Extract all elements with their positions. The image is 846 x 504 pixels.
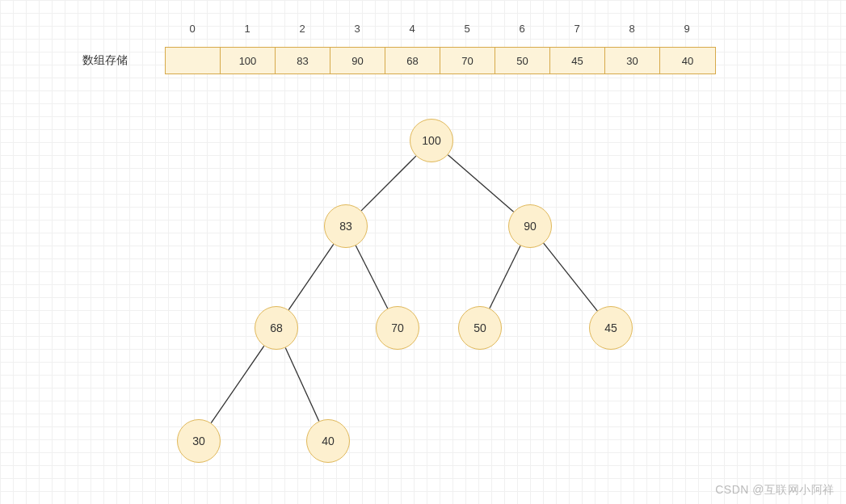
array-index: 8 (604, 23, 659, 35)
array-cell: 100 (221, 48, 276, 74)
tree-node: 45 (589, 306, 633, 350)
tree-node: 68 (255, 306, 298, 350)
tree-node: 50 (458, 306, 502, 350)
array-index: 3 (330, 23, 385, 35)
array-cell: 50 (495, 48, 550, 74)
tree-node: 30 (177, 419, 221, 463)
array-index: 7 (549, 23, 604, 35)
array-cell: 45 (550, 48, 605, 74)
array-cell: 70 (440, 48, 495, 74)
array-cell (166, 48, 221, 74)
array-index: 2 (275, 23, 330, 35)
array-cell: 68 (385, 48, 440, 74)
tree-node: 100 (410, 119, 453, 162)
array-cell: 30 (605, 48, 660, 74)
tree-node: 40 (306, 419, 350, 463)
array-index: 9 (659, 23, 714, 35)
array-label: 数组存储 (82, 53, 128, 68)
watermark: CSDN @互联网小阿祥 (715, 483, 835, 498)
array-cell: 40 (660, 48, 715, 74)
array-cell: 83 (276, 48, 330, 74)
tree-node: 90 (508, 204, 552, 248)
array-index: 0 (165, 23, 220, 35)
tree-node: 83 (324, 204, 368, 248)
grid-background (0, 0, 846, 504)
array-index: 5 (440, 23, 495, 35)
array-index: 1 (220, 23, 275, 35)
array-storage: 1008390687050453040 (165, 47, 716, 74)
tree-node: 70 (376, 306, 419, 350)
array-cell: 90 (330, 48, 385, 74)
array-index: 6 (495, 23, 549, 35)
array-index: 4 (385, 23, 440, 35)
